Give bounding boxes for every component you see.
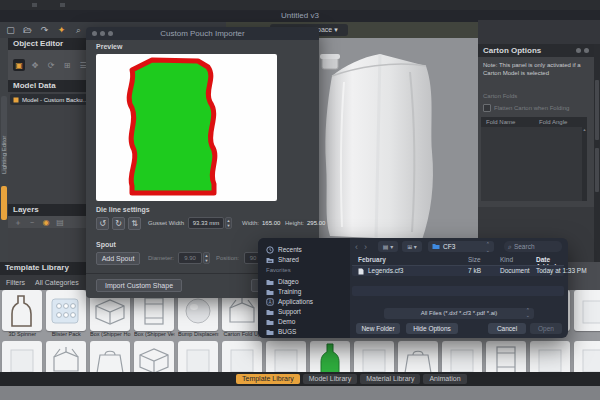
remove-layer-icon[interactable]: －	[27, 217, 37, 227]
model-tree-item[interactable]: Model - Custom Backup Po	[10, 94, 90, 105]
sidebar-item-bugs[interactable]: BUGS	[266, 326, 346, 336]
import-icon[interactable]: ↷	[39, 25, 50, 36]
filters-label[interactable]: Filters	[6, 279, 25, 286]
format-filter-dropdown[interactable]: All Files (*.dxf *.cf3 *.pdf *.ai) ⌃⌄	[384, 308, 534, 319]
open-folder-icon[interactable]: 🗁	[22, 25, 33, 36]
dialog-titlebar[interactable]: Custom Pouch Importer	[86, 27, 319, 40]
spout-label: Spout	[96, 241, 116, 248]
template-card[interactable]	[222, 341, 262, 372]
fold-table-body[interactable]: ▲	[481, 127, 587, 201]
tab-animation[interactable]: Animation	[423, 374, 466, 384]
chevron-updown-icon: ⌃⌄	[486, 241, 490, 253]
template-card[interactable]	[574, 290, 600, 331]
empty-row	[352, 286, 564, 296]
template-card[interactable]	[46, 290, 86, 331]
lock-layer-icon[interactable]: ▤	[55, 217, 65, 227]
move-tool-icon[interactable]: ✥	[29, 59, 41, 71]
layer-visibility-icon[interactable]: ◉	[41, 217, 51, 227]
template-card[interactable]	[2, 290, 42, 331]
rotate-right-icon[interactable]: ↻	[112, 217, 125, 230]
sidebar-item-training[interactable]: Training	[266, 286, 346, 296]
diameter-stepper[interactable]: ▲▼	[203, 252, 210, 264]
gusset-width-label: Gusset Width	[148, 220, 184, 226]
template-card[interactable]	[354, 341, 394, 372]
flip-icon[interactable]: ⇅	[128, 217, 141, 230]
open-button[interactable]: Open	[530, 323, 562, 334]
right-dock-tab[interactable]	[595, 148, 599, 192]
rotate-left-icon[interactable]: ↺	[96, 217, 109, 230]
template-card[interactable]	[134, 341, 174, 372]
kind-column[interactable]: Kind	[500, 256, 513, 263]
right-panel: Carton Options Note: This panel is only …	[478, 20, 600, 262]
new-document-icon[interactable]: ▢	[5, 25, 16, 36]
view-mode-icon[interactable]: ▤ ▾	[378, 241, 398, 252]
right-dock-tab[interactable]	[595, 80, 599, 140]
rotate-tool-icon[interactable]: ⟳	[45, 59, 57, 71]
category-dropdown[interactable]: All Categories	[35, 279, 79, 286]
panel-settings-icon[interactable]	[576, 48, 581, 53]
sidebar-item-diageo[interactable]: Diageo	[266, 276, 346, 286]
sidebar-item-label: BUGS	[278, 328, 296, 335]
import-custom-shape-button[interactable]: Import Custom Shape	[96, 279, 182, 292]
template-card[interactable]	[486, 341, 526, 372]
tab-material-library[interactable]: Material Library	[360, 374, 420, 384]
diameter-field[interactable]: 9.90	[178, 252, 202, 264]
template-card[interactable]	[442, 341, 482, 372]
template-card[interactable]	[310, 341, 350, 372]
template-card[interactable]	[2, 341, 42, 372]
empty-row	[352, 296, 564, 306]
tab-model-library[interactable]: Model Library	[303, 374, 357, 384]
template-card[interactable]	[90, 341, 130, 372]
search-input[interactable]	[514, 243, 554, 250]
gusset-width-field[interactable]: 93.33 mm	[188, 217, 224, 229]
sidebar-item-shared[interactable]: Shared	[266, 254, 346, 264]
back-icon[interactable]: ‹	[355, 242, 358, 252]
new-folder-button[interactable]: New Folder	[356, 323, 400, 334]
template-card[interactable]	[178, 341, 218, 372]
tab-template-library[interactable]: Template Library	[236, 374, 300, 384]
format-filter-label: All Files (*.dxf *.cf3 *.pdf *.ai)	[421, 310, 498, 316]
file-row[interactable]: Legends.cf3 7 kB Document Today at 1:33 …	[352, 266, 564, 276]
scale-tool-icon[interactable]: ⊞	[61, 59, 73, 71]
select-tool-icon[interactable]: ▣	[13, 59, 25, 71]
lighting-editor-vertical-tab[interactable]: Lighting Editor	[1, 96, 7, 174]
sidebar-item-demo[interactable]: Demo	[266, 316, 346, 326]
tool-wand-icon[interactable]: ✦	[56, 25, 67, 36]
desktop-strip	[0, 0, 600, 10]
sidebar-item-label: Shared	[278, 256, 299, 263]
die-line-settings-label: Die line settings	[96, 206, 150, 213]
carton-note: Note: This panel is only activated if a …	[483, 61, 586, 77]
template-card[interactable]	[574, 341, 600, 372]
dieline-preview	[96, 54, 277, 201]
fold-angle-column: Fold Angle	[534, 119, 587, 125]
carton-options-header: Carton Options	[478, 44, 594, 57]
hide-options-button[interactable]: Hide Options	[406, 323, 458, 334]
sidebar-item-recents[interactable]: Recents	[266, 244, 346, 254]
template-card[interactable]	[46, 341, 86, 372]
gusset-stepper[interactable]: ▲▼	[225, 217, 232, 229]
location-dropdown[interactable]: CF3 ⌃⌄	[428, 241, 494, 252]
shared-folder-icon	[266, 250, 274, 268]
flatten-carton-checkbox[interactable]: Flatten Carton when Folding	[483, 104, 569, 112]
zoom-in-icon[interactable]: ⌕	[73, 25, 84, 36]
sidebar-item-applications[interactable]: AApplications	[266, 296, 346, 306]
cancel-button[interactable]: Cancel	[488, 323, 526, 334]
template-card-label	[574, 331, 600, 339]
template-card[interactable]	[266, 341, 306, 372]
template-card[interactable]	[398, 341, 438, 372]
model-cube-icon	[13, 97, 19, 103]
forward-icon[interactable]: ›	[364, 242, 367, 252]
group-by-icon[interactable]: ⊞ ▾	[402, 241, 422, 252]
add-spout-button[interactable]: Add Spout	[96, 252, 140, 265]
add-layer-icon[interactable]: ＋	[13, 217, 23, 227]
scrollbar[interactable]: ▲	[582, 127, 587, 201]
checkbox-icon[interactable]	[483, 104, 491, 112]
search-field[interactable]: ⌕	[504, 241, 562, 252]
template-card[interactable]	[530, 341, 570, 372]
size-column[interactable]: Size	[468, 256, 481, 263]
active-vertical-tab[interactable]	[1, 186, 7, 220]
sidebar-item-support[interactable]: Support	[266, 306, 346, 316]
panel-pin-icon[interactable]	[584, 48, 589, 53]
file-size: 7 kB	[468, 266, 481, 276]
app-window: Untitled v3 ▢ 🗁 ↷ ✦ ⌕ ⌕₋ Main Workspace …	[0, 0, 600, 400]
